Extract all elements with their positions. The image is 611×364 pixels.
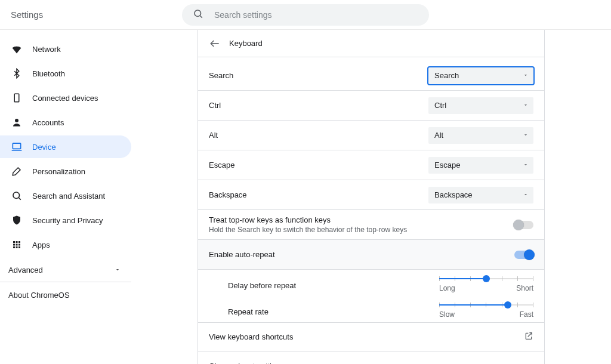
select-value: Escape <box>434 161 460 169</box>
sidebar-item-label: Security and Privacy <box>32 216 103 225</box>
svg-point-0 <box>195 10 201 17</box>
sidebar-item-personalization[interactable]: Personalization <box>0 160 131 183</box>
chevron-down-icon <box>523 71 529 80</box>
keymap-select-search[interactable]: Search <box>428 67 533 84</box>
keymap-row-alt: Alt Alt <box>198 121 544 150</box>
change-input-link[interactable]: Change input settings <box>198 351 544 364</box>
sidebar-item-accounts[interactable]: Accounts <box>0 111 131 134</box>
sidebar-item-label: Accounts <box>32 118 64 127</box>
search-input[interactable] <box>213 10 418 20</box>
sidebar-advanced[interactable]: Advanced <box>0 258 131 282</box>
chevron-right-icon <box>527 362 533 365</box>
keymap-key-label: Escape <box>209 161 234 169</box>
keymap-row-ctrl: Ctrl Ctrl <box>198 91 544 121</box>
rate-slider-thumb[interactable] <box>504 301 511 309</box>
rate-slider[interactable] <box>439 304 533 306</box>
svg-line-1 <box>200 16 202 17</box>
search-bar[interactable] <box>182 4 429 26</box>
sidebar-item-device[interactable]: Device <box>0 135 131 158</box>
delay-slider[interactable] <box>439 278 533 279</box>
toprow-toggle[interactable] <box>514 221 533 229</box>
svg-rect-16 <box>18 246 20 248</box>
topbar: Settings <box>0 0 611 30</box>
keymap-select-escape[interactable]: Escape <box>428 157 533 174</box>
shield-icon <box>11 214 23 226</box>
svg-rect-15 <box>16 246 18 248</box>
wifi-icon <box>11 43 23 55</box>
main-content: Keyboard Search Search Ctrl Ctrl Alt Alt… <box>131 30 611 364</box>
sidebar-item-label: Device <box>32 143 56 152</box>
view-shortcuts-label: View keyboard shortcuts <box>209 332 293 341</box>
toprow-sublabel: Hold the Search key to switch the behavi… <box>209 226 407 234</box>
autorepeat-toggle[interactable] <box>514 251 533 259</box>
about-label: About ChromeOS <box>8 291 70 300</box>
svg-point-3 <box>15 119 18 122</box>
toprow-label: Treat top-row keys as function keys <box>209 215 407 224</box>
page-title: Keyboard <box>229 39 263 48</box>
delay-slider-row: Delay before repeat Long Short <box>198 270 544 296</box>
keymap-row-escape: Escape Escape <box>198 150 544 180</box>
svg-rect-9 <box>16 241 18 243</box>
svg-rect-8 <box>13 241 15 243</box>
brush-icon <box>11 165 23 177</box>
laptop-icon <box>11 141 23 153</box>
svg-line-7 <box>18 198 20 199</box>
select-value: Alt <box>434 131 443 140</box>
select-value: Search <box>434 71 459 80</box>
keymap-key-label: Alt <box>209 131 218 140</box>
advanced-label: Advanced <box>8 266 43 274</box>
sidebar-item-security[interactable]: Security and Privacy <box>0 209 131 232</box>
sidebar-item-connected[interactable]: Connected devices <box>0 87 131 109</box>
autorepeat-toggle-row: Enable auto-repeat <box>198 240 544 270</box>
chevron-down-icon <box>115 266 121 274</box>
svg-rect-10 <box>18 241 20 243</box>
select-value: Backspace <box>434 190 473 199</box>
sidebar-item-label: Network <box>32 45 61 54</box>
chevron-down-icon <box>523 131 529 140</box>
change-input-label: Change input settings <box>209 362 284 365</box>
settings-card: Keyboard Search Search Ctrl Ctrl Alt Alt… <box>198 30 545 364</box>
keymap-key-label: Ctrl <box>209 101 221 110</box>
external-link-icon <box>524 331 533 343</box>
rate-left-label: Slow <box>439 310 455 319</box>
keymap-select-alt[interactable]: Alt <box>428 127 533 144</box>
sidebar-item-label: Connected devices <box>32 94 98 103</box>
apps-icon <box>11 239 23 251</box>
view-shortcuts-link[interactable]: View keyboard shortcuts <box>198 323 544 351</box>
app-title: Settings <box>0 10 43 20</box>
autorepeat-label: Enable auto-repeat <box>209 250 275 259</box>
chevron-down-icon <box>523 161 529 169</box>
sidebar-item-label: Search and Assistant <box>32 192 105 200</box>
sidebar: Network Bluetooth Connected devices Acco… <box>0 30 131 364</box>
svg-point-6 <box>13 192 20 199</box>
delay-right-label: Short <box>516 284 533 292</box>
sidebar-item-bluetooth[interactable]: Bluetooth <box>0 62 131 85</box>
bluetooth-icon <box>11 67 23 79</box>
rate-label: Repeat rate <box>228 307 269 316</box>
sidebar-item-label: Apps <box>32 240 50 249</box>
rate-slider-row: Repeat rate Slow Fast <box>198 296 544 323</box>
svg-rect-13 <box>18 244 20 246</box>
select-value: Ctrl <box>434 101 446 110</box>
keymap-select-ctrl[interactable]: Ctrl <box>428 97 533 114</box>
sidebar-item-apps[interactable]: Apps <box>0 233 131 256</box>
keymap-select-backspace[interactable]: Backspace <box>428 187 533 203</box>
keymap-row-search: Search Search <box>198 61 544 91</box>
sidebar-item-search-assistant[interactable]: Search and Assistant <box>0 184 131 207</box>
keymap-key-label: Backspace <box>209 190 247 199</box>
delay-left-label: Long <box>439 284 455 292</box>
svg-rect-11 <box>13 244 15 246</box>
search-icon <box>11 190 23 202</box>
svg-rect-2 <box>14 94 19 102</box>
delay-slider-thumb[interactable] <box>483 275 490 282</box>
sidebar-about[interactable]: About ChromeOS <box>0 287 131 303</box>
card-header: Keyboard <box>198 30 544 57</box>
search-icon <box>193 8 203 21</box>
rate-right-label: Fast <box>520 310 533 319</box>
keymap-row-backspace: Backspace Backspace <box>198 180 544 210</box>
sidebar-item-network[interactable]: Network <box>0 38 131 60</box>
person-icon <box>11 116 23 128</box>
back-button[interactable] <box>209 38 221 50</box>
delay-label: Delay before repeat <box>228 281 296 290</box>
chevron-down-icon <box>523 101 529 110</box>
